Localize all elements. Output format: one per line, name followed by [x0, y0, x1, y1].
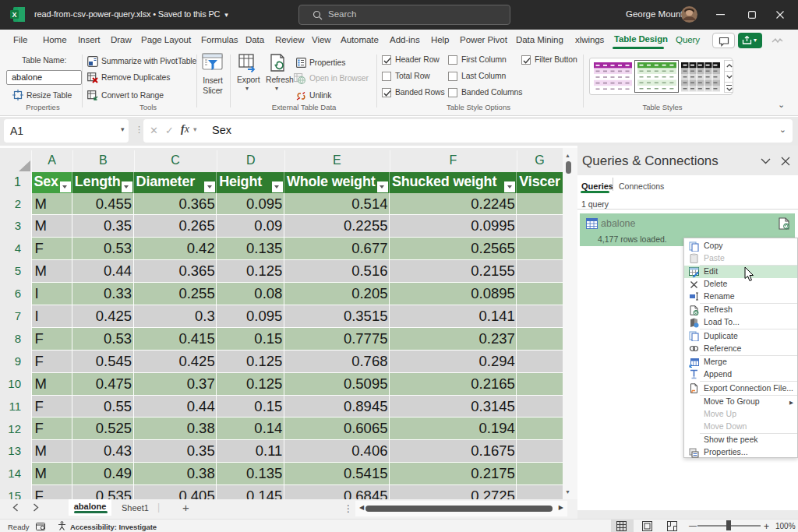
svg-text:X: X — [12, 11, 16, 19]
